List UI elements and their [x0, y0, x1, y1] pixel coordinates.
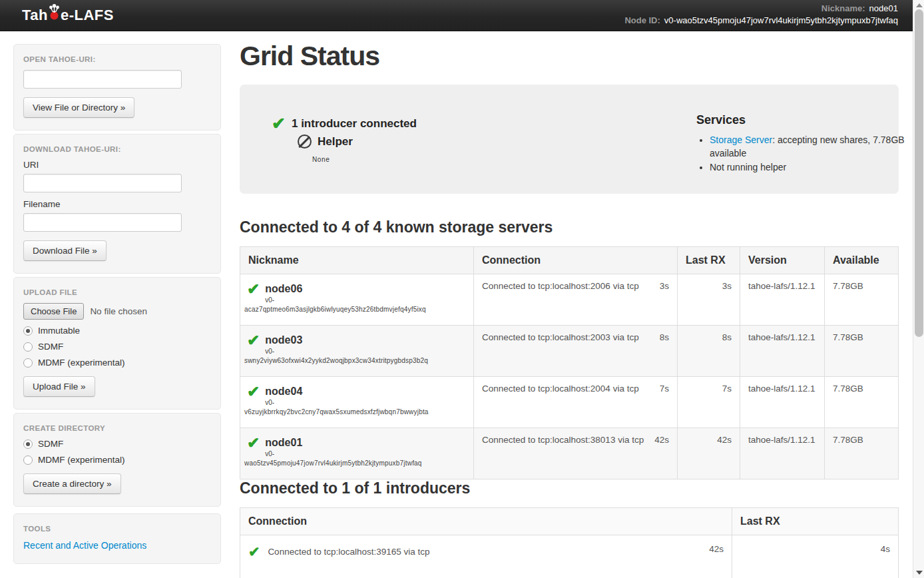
server-id-hash: wao5tzv45pmoju47jow7rvl4ukirjm5ytbh2kjty… — [244, 459, 465, 468]
tools-panel: TOOLS Recent and Active Operations — [13, 513, 221, 564]
table-row: ✔ node06 v0- acaz7qptmeo6m3asjlgkb6iwlyu… — [240, 274, 899, 326]
server-connection: Connected to tcp:localhost:38013 via tcp — [482, 435, 644, 445]
server-nickname: node03 — [247, 332, 465, 346]
scroll-up-arrow-icon[interactable] — [916, 3, 923, 7]
no-helper-icon — [298, 135, 312, 148]
connection-age: 42s — [709, 544, 724, 554]
radio-immutable-label: Immutable — [38, 326, 80, 336]
upload-format-option-immutable[interactable]: Immutable — [23, 326, 211, 336]
introducer-connection: Connected to tcp:localhost:39165 via tcp — [268, 547, 429, 557]
table-row: ✔ node01 v0- wao5tzv45pmoju47jow7rvl4uki… — [240, 428, 899, 479]
helper-label: Helper — [318, 135, 353, 148]
table-row: ✔ node04 v0- v6zuyjkbrrkqy2bvc2cny7qwax5… — [240, 377, 899, 428]
server-available: 7.78GB — [825, 377, 899, 428]
create-directory-label: CREATE DIRECTORY — [23, 424, 211, 432]
grid-status-summary: ✔ 1 introducer connected Helper None Ser… — [240, 85, 899, 194]
server-last-rx: 7s — [678, 377, 740, 428]
server-last-rx: 3s — [678, 274, 740, 326]
open-tahoe-uri-panel: OPEN TAHOE-URI: View File or Directory » — [13, 44, 221, 131]
server-id-hash: v6zuyjkbrrkqy2bvc2cny7qwax5sxumedsxfzfjw… — [244, 408, 465, 417]
download-tahoe-uri-panel: DOWNLOAD TAHOE-URI: URI Filename Downloa… — [13, 134, 221, 274]
upload-format-option-sdmf[interactable]: SDMF — [23, 342, 211, 352]
introducer-connected-check-icon: ✔ — [248, 544, 260, 559]
server-id-prefix: v0- — [247, 346, 465, 356]
create-directory-button[interactable]: Create a directory » — [23, 473, 121, 494]
table-row: ✔ node03 v0- swny2viyw63ofxwi4x2yykd2woq… — [240, 326, 899, 377]
table-row: ✔ Connected to tcp:localhost:39165 via t… — [240, 535, 899, 578]
uri-field-label: URI — [23, 160, 211, 170]
connected-check-icon: ✔ — [272, 114, 286, 133]
nickname-value: node01 — [869, 3, 898, 15]
upload-file-label: UPLOAD FILE — [23, 288, 211, 296]
server-connection: Connected to tcp:localhost:2003 via tcp — [482, 332, 639, 342]
services-title: Services — [696, 113, 916, 127]
helper-value: None — [312, 156, 330, 163]
radio-mdmf-icon[interactable] — [23, 358, 33, 368]
main-content: Grid Status ✔ 1 introducer connected Hel… — [240, 37, 899, 578]
server-connected-check-icon: ✔ — [247, 332, 260, 348]
service-helper-status: Not running helper — [710, 160, 916, 174]
page: Tahe-LAFS Nickname: node01 Node ID: v0-w… — [0, 0, 924, 578]
col-connection: Connection — [474, 247, 678, 274]
server-connected-check-icon: ✔ — [247, 435, 260, 451]
view-file-button[interactable]: View File or Directory » — [23, 97, 134, 118]
download-file-button[interactable]: Download File » — [23, 240, 107, 261]
server-nickname: node04 — [247, 384, 465, 398]
radio-dir-mdmf-icon[interactable] — [23, 455, 33, 465]
connection-age: 7s — [660, 384, 669, 394]
radio-dir-sdmf-icon[interactable] — [23, 439, 33, 449]
upload-file-button[interactable]: Upload File » — [23, 376, 95, 397]
storage-servers-heading: Connected to 4 of 4 known storage server… — [240, 218, 899, 236]
server-connected-check-icon: ✔ — [247, 384, 260, 400]
server-connection: Connected to tcp:localhost:2004 via tcp — [482, 384, 639, 394]
tahoe-sprout-icon — [49, 3, 60, 25]
download-filename-input[interactable] — [23, 213, 182, 232]
open-tahoe-uri-label: OPEN TAHOE-URI: — [23, 55, 211, 63]
col-nickname: Nickname — [240, 247, 474, 274]
tahoe-lafs-logo[interactable]: Tahe-LAFS — [22, 5, 114, 26]
radio-immutable-icon[interactable] — [23, 326, 33, 336]
server-last-rx: 42s — [678, 428, 740, 479]
dir-format-option-sdmf[interactable]: SDMF — [23, 439, 211, 449]
server-nickname: node01 — [247, 435, 465, 449]
server-version: tahoe-lafs/1.12.1 — [740, 326, 825, 377]
filename-field-label: Filename — [23, 199, 211, 209]
server-version: tahoe-lafs/1.12.1 — [740, 274, 825, 326]
node-identity: Nickname: node01 Node ID: v0-wao5tzv45pm… — [624, 3, 898, 27]
radio-dir-sdmf-label: SDMF — [38, 439, 63, 449]
upload-format-option-mdmf[interactable]: MDMF (experimental) — [23, 358, 211, 368]
col-version: Version — [740, 247, 825, 274]
node-id-value: v0-wao5tzv45pmoju47jow7rvl4ukirjm5ytbh2k… — [664, 15, 898, 27]
dir-format-option-mdmf[interactable]: MDMF (experimental) — [23, 455, 211, 465]
introducers-heading: Connected to 1 of 1 introducers — [240, 479, 899, 497]
open-uri-input[interactable] — [23, 70, 182, 89]
radio-sdmf-icon[interactable] — [23, 342, 33, 352]
file-chosen-status: No file chosen — [90, 306, 147, 316]
col-last-rx: Last RX — [678, 247, 740, 274]
server-nickname: node06 — [247, 281, 465, 295]
create-directory-panel: CREATE DIRECTORY SDMF MDMF (experimental… — [13, 413, 221, 507]
download-tahoe-uri-label: DOWNLOAD TAHOE-URI: — [23, 145, 211, 153]
scroll-down-arrow-icon[interactable] — [916, 571, 923, 575]
server-available: 7.78GB — [825, 428, 899, 479]
server-connection: Connected to tcp:localhost:2006 via tcp — [482, 281, 639, 291]
server-id-prefix: v0- — [247, 295, 465, 305]
introducers-table: Connection Last RX ✔ Connected to tcp:lo… — [240, 507, 899, 578]
introducer-status-text: 1 introducer connected — [292, 117, 417, 131]
vertical-scrollbar[interactable] — [913, 0, 924, 578]
download-uri-input[interactable] — [23, 174, 182, 192]
recent-operations-link[interactable]: Recent and Active Operations — [23, 540, 146, 551]
storage-server-link[interactable]: Storage Server — [710, 135, 772, 145]
server-last-rx: 8s — [678, 326, 740, 377]
service-storage-server: Storage Server: accepting new shares, 7.… — [710, 133, 916, 160]
server-id-prefix: v0- — [247, 398, 465, 408]
choose-file-button[interactable]: Choose File — [23, 303, 84, 320]
upload-file-panel: UPLOAD FILE Choose File No file chosen I… — [13, 277, 221, 410]
sidebar: OPEN TAHOE-URI: View File or Directory »… — [13, 44, 221, 567]
server-available: 7.78GB — [825, 274, 899, 326]
server-id-prefix: v0- — [247, 449, 465, 459]
server-available: 7.78GB — [825, 326, 899, 377]
tools-label: TOOLS — [23, 525, 211, 533]
node-id-label: Node ID: — [624, 15, 660, 27]
top-navbar: Tahe-LAFS Nickname: node01 Node ID: v0-w… — [0, 0, 913, 31]
